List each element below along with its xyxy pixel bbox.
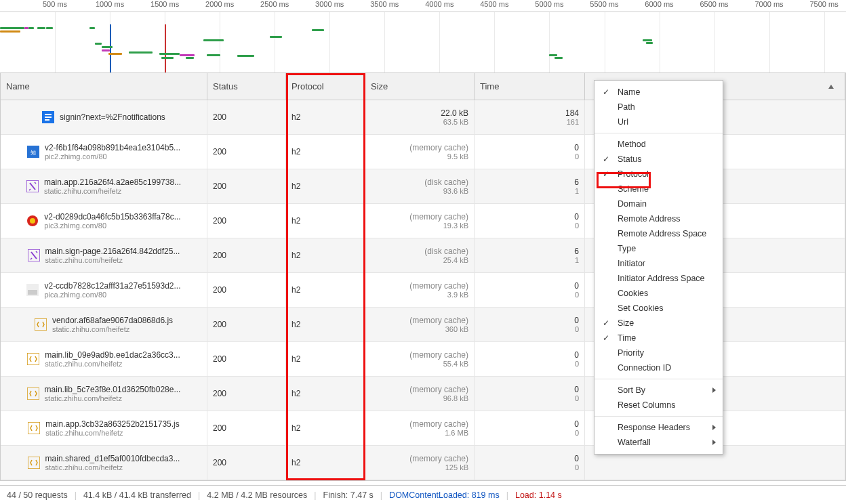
status-transferred: 41.4 kB / 41.4 kB transferred (83, 490, 191, 500)
cell-status: 200 (207, 446, 286, 480)
request-name: v2-d0289dc0a46fc5b15b3363ffa78c... (44, 212, 180, 222)
col-header-time[interactable]: Time (475, 73, 585, 100)
cell-status: 200 (207, 204, 286, 238)
context-menu-separator (595, 416, 723, 417)
document-icon (42, 111, 54, 123)
timeline-tick: 7000 ms (754, 0, 783, 8)
timeline-tick: 4500 ms (480, 0, 508, 8)
request-name: signin?next=%2Fnotifications (60, 112, 165, 122)
cell-time: 00 (475, 308, 585, 341)
timeline-tick: 2000 ms (205, 0, 234, 8)
cell-status: 200 (207, 377, 286, 411)
cell-size: (memory cache)3.9 kB (365, 273, 475, 307)
context-menu-item[interactable]: Method (595, 137, 723, 152)
svg-rect-12 (35, 318, 47, 331)
svg-rect-2 (45, 117, 52, 118)
context-menu-item[interactable]: Time (595, 331, 723, 345)
context-menu-item[interactable]: Connection ID (595, 360, 723, 375)
column-context-menu[interactable]: NamePathUrlMethodStatusProtocolSchemeDom… (594, 80, 723, 455)
status-bar: 44 / 50 requests| 41.4 kB / 41.4 kB tran… (0, 485, 846, 504)
cell-size: (memory cache)1.6 MB (365, 411, 475, 445)
cell-protocol: h2 (286, 273, 365, 307)
js-icon (28, 457, 40, 469)
context-menu-item[interactable]: Scheme (595, 182, 723, 196)
context-menu-item[interactable]: Response Headers (595, 420, 723, 435)
context-menu-item[interactable]: Protocol (595, 167, 723, 182)
timeline-bar (180, 54, 195, 56)
cell-status: 200 (207, 100, 286, 134)
timeline-tick: 4000 ms (425, 0, 454, 8)
timeline-bar (0, 30, 20, 33)
request-domain: static.zhihu.com/heifetz (44, 187, 181, 195)
request-name: main.app.3cb32a863252b2151735.js (45, 419, 180, 429)
context-menu-item[interactable]: Remote Address Space (595, 226, 723, 241)
context-menu-item[interactable]: Priority (595, 345, 723, 360)
timeline-bar (203, 39, 224, 41)
request-domain: static.zhihu.com/heifetz (45, 360, 180, 368)
request-domain: pic2.zhimg.com/80 (45, 152, 180, 161)
context-menu-item[interactable]: Initiator Address Space (595, 271, 723, 286)
request-name: v2-f6b1f64a098b891b4ea1e3104b5... (45, 143, 180, 152)
context-menu-item[interactable]: Url (595, 114, 723, 129)
context-menu-item[interactable]: Waterfall (595, 435, 723, 450)
context-menu-item[interactable]: Status (595, 152, 723, 167)
cell-status: 200 (207, 135, 286, 169)
timeline-bar (37, 27, 45, 29)
context-menu-item[interactable]: Cookies (595, 286, 723, 301)
context-menu-item[interactable]: Reset Columns (595, 398, 723, 413)
timeline-bar (646, 42, 653, 44)
col-header-size[interactable]: Size (365, 73, 475, 100)
cell-time: 61 (475, 169, 585, 203)
context-menu-item[interactable]: Domain (595, 196, 723, 211)
cell-size: (memory cache)19.3 kB (365, 204, 475, 238)
context-menu-separator (595, 379, 723, 379)
cell-protocol: h2 (286, 169, 365, 203)
col-header-status[interactable]: Status (207, 73, 286, 100)
cell-protocol: h2 (286, 204, 365, 238)
cell-size: (memory cache)125 kB (365, 446, 475, 480)
context-menu-item[interactable]: Sort By (595, 383, 723, 398)
timeline-tick: 5500 ms (590, 0, 618, 8)
timeline-bar (108, 53, 122, 55)
img-blue-icon: 知 (27, 146, 39, 158)
request-domain: static.zhihu.com/heifetz (45, 394, 181, 402)
request-name: main.lib_09e9ad9b.ee1dac2a36cc3... (45, 350, 180, 360)
status-requests: 44 / 50 requests (7, 490, 68, 500)
request-name: v2-ccdb7828c12afff31a27e51593d2... (44, 281, 180, 291)
timeline-bar (270, 36, 282, 38)
cell-status: 200 (207, 308, 286, 341)
request-domain: static.zhihu.com/heifetz (45, 429, 180, 437)
col-header-name[interactable]: Name (1, 73, 207, 100)
context-menu-item[interactable]: Initiator (595, 256, 723, 271)
svg-text:知: 知 (31, 150, 36, 156)
context-menu-item[interactable]: Set Cookies (595, 301, 723, 316)
timeline-overview[interactable]: 500 ms1000 ms1500 ms2000 ms2500 ms3000 m… (0, 0, 846, 73)
cell-protocol: h2 (286, 342, 365, 376)
cell-protocol: h2 (286, 238, 365, 272)
context-menu-item[interactable]: Name (595, 85, 723, 100)
timeline-tick: 1500 ms (150, 0, 179, 8)
timeline-bar (643, 39, 652, 41)
js-icon (28, 422, 40, 434)
js-icon (27, 353, 39, 365)
timeline-bar (28, 27, 34, 29)
svg-rect-14 (27, 387, 39, 400)
cell-size: (memory cache)55.4 kB (365, 342, 475, 376)
svg-rect-15 (28, 422, 40, 434)
context-menu-item[interactable]: Path (595, 100, 723, 114)
timeline-tick: 1000 ms (96, 0, 124, 8)
timeline-bar (95, 43, 102, 45)
img-plain-icon (26, 284, 39, 296)
js-icon (35, 318, 47, 331)
context-menu-item[interactable]: Size (595, 316, 723, 331)
cell-time: 00 (475, 446, 585, 480)
timeline-bar (555, 57, 563, 59)
context-menu-item[interactable]: Remote Address (595, 211, 723, 226)
timeline-bar (89, 27, 95, 29)
cell-status: 200 (207, 273, 286, 307)
cell-time: 00 (475, 273, 585, 307)
timeline-tick: 2500 ms (260, 0, 289, 8)
col-header-protocol[interactable]: Protocol (286, 73, 365, 100)
context-menu-item[interactable]: Type (595, 241, 723, 256)
cell-size: (disk cache)93.6 kB (365, 169, 475, 203)
